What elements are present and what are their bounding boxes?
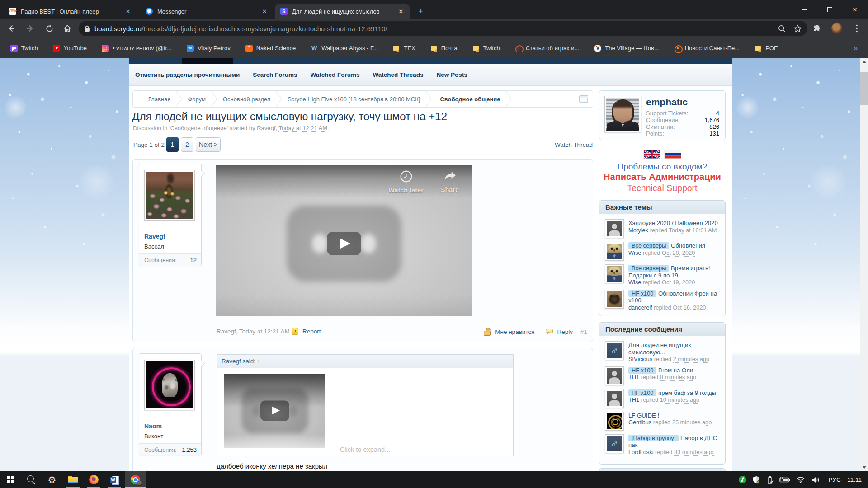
bookmark-folder-poe[interactable]: POE (751, 43, 781, 53)
recent-avatar[interactable] (605, 389, 624, 408)
extensions-puzzle-icon[interactable] (809, 21, 825, 36)
bookmark-folder-mail[interactable]: Почта (427, 43, 461, 53)
topic-avatar[interactable] (605, 219, 624, 238)
topic-avatar[interactable] (605, 242, 624, 261)
breadcrumb-main-section[interactable]: Основной раздел (212, 91, 277, 107)
quote-jump-arrow[interactable]: ↑ (257, 358, 260, 365)
recent-avatar[interactable] (605, 366, 624, 385)
recent-item-thread[interactable]: Для людей не ищущих смысловую... StVicio… (605, 341, 720, 363)
quote-body[interactable]: Click to expand... (217, 368, 513, 456)
breadcrumb-free-talk[interactable]: Свободное общение (426, 91, 506, 107)
keyboard-language[interactable]: РУС (829, 476, 841, 483)
breadcrumb-scryde-server[interactable]: Scryde High Five x100 [18 сентября в 20:… (277, 91, 426, 107)
login-problems-link[interactable]: Проблемы со входом? (599, 162, 726, 172)
profile-avatar[interactable] (829, 21, 844, 36)
topic-avatar[interactable] (605, 264, 624, 283)
taskbar-clock[interactable]: 11:11 (847, 476, 862, 483)
post-2-avatar[interactable] (144, 360, 195, 410)
browser-menu-icon[interactable] (849, 21, 864, 36)
bookmark-twitch[interactable]: Twitch (7, 43, 41, 53)
quoted-video-thumbnail[interactable] (224, 374, 326, 448)
start-button[interactable] (0, 471, 21, 488)
post-1-avatar[interactable] (144, 170, 195, 221)
topic-item-freya-update[interactable]: HF x100 Обновлении Фреи на x100. dancere… (605, 290, 720, 311)
topic-avatar[interactable] (605, 290, 624, 309)
uk-flag-icon[interactable] (644, 150, 660, 159)
breadcrumb-home[interactable]: Главная (133, 91, 177, 107)
taskbar-settings-button[interactable]: ⚙ (42, 471, 62, 488)
topic-item-play-time[interactable]: Все серверы Время играть! Подарки с 9 по… (605, 264, 720, 286)
taskbar-search-button[interactable] (21, 471, 42, 488)
tab-radio-best[interactable]: Радио BEST | Онлайн-плеер ✕ (4, 4, 137, 19)
navbar-mark-read[interactable]: Отметить разделы прочитанными (135, 71, 240, 78)
back-button[interactable] (4, 21, 19, 36)
scrollbar-thumb[interactable] (860, 72, 868, 105)
address-bar[interactable]: board.scryde.ru/threads/dlja-ljudej-ne-i… (79, 21, 807, 36)
zoom-out-icon[interactable] (778, 24, 786, 33)
post-2-username-link[interactable]: Naom (144, 422, 162, 430)
scroll-down-button[interactable] (860, 464, 868, 471)
taskbar-firefox[interactable] (83, 471, 104, 488)
report-button[interactable]: !Report (292, 328, 321, 335)
click-to-expand[interactable]: Click to expand... (217, 446, 513, 453)
bookmark-star-icon[interactable] (793, 24, 802, 33)
home-button[interactable] (60, 21, 75, 36)
navbar-watched-forums[interactable]: Watched Forums (311, 71, 360, 78)
post-1-meta-author[interactable]: Ravegf, (217, 328, 238, 335)
watch-later-button[interactable]: Watch later (387, 170, 425, 194)
defender-shield-icon[interactable]: ! (752, 476, 760, 484)
window-maximize-button[interactable] (819, 0, 840, 19)
topic-item-updates[interactable]: Все серверы Обновления Wise replied Oct … (605, 242, 720, 261)
page-2-button[interactable]: 2 (181, 137, 193, 152)
navbar-watched-threads[interactable]: Watched Threads (373, 71, 424, 78)
navbar-search-forums[interactable]: Search Forums (253, 71, 297, 78)
watch-thread-link[interactable]: Watch Thread (555, 141, 593, 148)
bookmark-vk[interactable]: Vitaly Petrov (184, 43, 234, 53)
bookmark-spb-news[interactable]: Новости Санкт-Пе... (671, 43, 743, 53)
breadcrumb-grid-icon[interactable] (579, 95, 588, 103)
navbar-new-posts[interactable]: New Posts (437, 71, 467, 78)
bookmark-championat[interactable]: Статьи об играх и... (512, 43, 583, 53)
wifi-icon[interactable] (796, 476, 805, 483)
taskbar-chrome-active[interactable] (125, 471, 146, 488)
bookmark-instagram[interactable]: • ᴠɪᴛᴀʟɪʏ ᴘᴇᴛʀᴏᴠ (@fr... (99, 43, 175, 53)
bookmark-youtube[interactable]: YouTube (50, 43, 90, 53)
bookmark-village[interactable]: The Village — Нов... (591, 43, 662, 53)
recent-item-gnome[interactable]: HF x100 Гном на Оли TH1 replied 8 minute… (605, 366, 720, 385)
usb-icon[interactable] (766, 476, 774, 484)
recent-avatar[interactable] (605, 412, 624, 431)
bookmark-folder-tex[interactable]: TEX (390, 43, 418, 53)
tab-messenger[interactable]: Messenger ✕ (140, 4, 273, 19)
write-admin-link[interactable]: Написать Администрации (599, 172, 726, 182)
window-minimize-button[interactable] (794, 0, 815, 19)
page-1-button[interactable]: 1 (166, 137, 179, 152)
tab-close-icon[interactable]: ✕ (260, 7, 269, 15)
youtube-embed[interactable]: Watch later Share (216, 165, 472, 316)
post-1-meta-time[interactable]: Today at 12:21 AM (239, 328, 290, 335)
subtitle-author-link[interactable]: Ravegf (257, 125, 275, 131)
recent-item-prem-buff[interactable]: HF x100 прем баф за 9 голды TH1 replied … (605, 389, 720, 408)
taskbar-file-explorer[interactable] (62, 471, 83, 488)
recent-avatar[interactable] (605, 341, 624, 360)
scroll-up-button[interactable] (860, 58, 868, 66)
subtitle-forum-link[interactable]: Свободное общение (170, 125, 227, 131)
share-button[interactable]: Share (438, 170, 462, 194)
battery-icon[interactable] (779, 477, 790, 483)
window-close-button[interactable] (844, 0, 865, 19)
bookmark-wallpaper-abyss[interactable]: Wallpaper Abyss - F... (307, 43, 381, 53)
recent-item-lf-guide[interactable]: LF GUIDE ! Gentibus replied 25 minutes a… (605, 412, 720, 431)
bookmark-folder-twitch[interactable]: Twitch (469, 43, 503, 53)
next-page-button[interactable]: Next > (196, 137, 221, 152)
like-button[interactable]: Мне нравится (495, 328, 534, 335)
post-1-number[interactable]: #1 (580, 328, 587, 335)
tab-scryde-active[interactable]: Для людей не ищущих смыслов ✕ (275, 4, 410, 19)
speaker-icon[interactable] (811, 476, 820, 483)
bookmark-naked-science[interactable]: Naked Science (242, 43, 299, 53)
post-1-username-link[interactable]: Ravegf (144, 233, 165, 240)
recent-avatar[interactable] (605, 434, 624, 453)
russia-flag-icon[interactable] (665, 150, 681, 159)
bookmarks-overflow-chevron[interactable]: » (854, 44, 861, 52)
new-tab-button[interactable]: + (415, 6, 427, 18)
tech-support-link[interactable]: Technical Support (599, 183, 726, 193)
topic-item-halloween[interactable]: Хэллоуин 2020 / Halloween 2020 Motylek r… (605, 219, 720, 238)
